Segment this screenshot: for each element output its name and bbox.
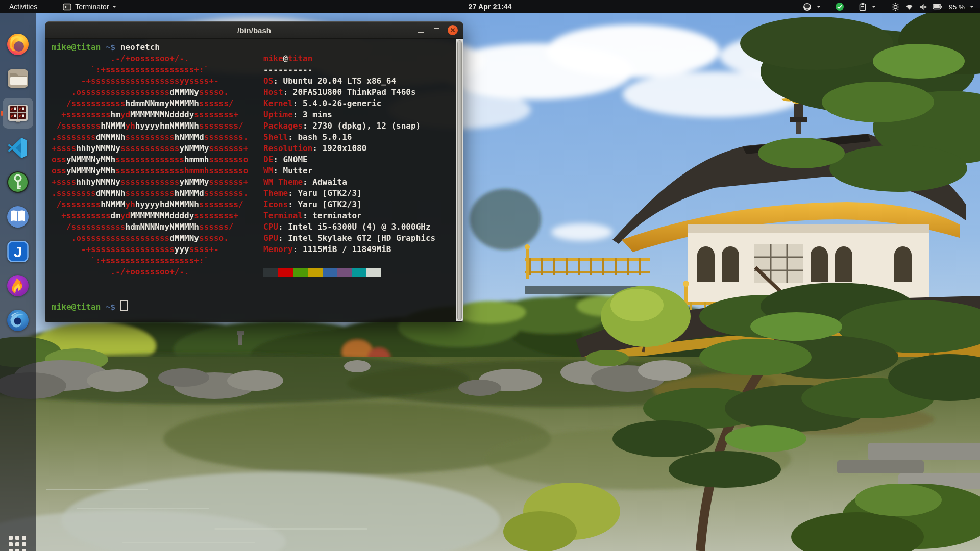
prompt-user-host: mike@titan xyxy=(52,302,101,312)
app-grid-button[interactable] xyxy=(9,536,27,551)
maximize-button[interactable] xyxy=(431,25,442,35)
dock-running-indicator xyxy=(1,111,3,116)
palette-block xyxy=(352,268,366,277)
desktop: { "top_bar": { "activities_label": "Acti… xyxy=(0,0,980,551)
palette-block xyxy=(337,268,352,277)
terminal-window: /bin/bash mike@titan~$neofetch .-/+oosss… xyxy=(45,21,463,322)
clock[interactable]: 27 Apr 21:44 xyxy=(468,3,511,11)
palette-block xyxy=(308,268,323,277)
chevron-down-icon xyxy=(112,6,116,8)
window-titlebar[interactable]: /bin/bash xyxy=(45,22,463,39)
dock: >> >> xyxy=(0,13,36,551)
dock-item-files[interactable] xyxy=(6,66,30,91)
keepassxc-icon xyxy=(6,170,30,194)
svg-text:>: > xyxy=(19,107,21,111)
prompt-path: ~$ xyxy=(106,42,115,52)
neofetch-ascii-art: .-/+oossssoo+/-. `:+ssssssssssssssssss+:… xyxy=(52,53,248,278)
scrollbar-thumb[interactable] xyxy=(457,40,462,320)
top-bar: Activities Terminator 27 Apr 21:44 xyxy=(0,0,980,13)
prompt-path: ~$ xyxy=(106,302,115,312)
firefox-nightly-icon xyxy=(6,308,30,333)
terminator-icon: >> >> xyxy=(6,101,30,126)
battery-percent: 95 % xyxy=(949,3,965,11)
close-button[interactable] xyxy=(448,25,458,35)
svg-text:>: > xyxy=(11,114,13,118)
activities-button[interactable]: Activities xyxy=(0,0,46,13)
chevron-down-icon xyxy=(970,6,974,8)
firefox-icon xyxy=(6,32,30,57)
svg-text:>: > xyxy=(11,107,13,111)
terminal-prompt: mike@titan~$ xyxy=(52,300,128,313)
volume-muted-icon[interactable] xyxy=(919,3,927,11)
palette-block xyxy=(323,268,337,277)
dock-item-book-reader[interactable] xyxy=(6,205,30,229)
neofetch-info: mike@titan----------OS: Ubuntu 20.04 LTS… xyxy=(263,53,435,278)
dock-item-jdownloader[interactable]: J xyxy=(6,239,30,264)
firefox-developer-icon xyxy=(6,273,30,298)
terminal-scrollbar[interactable] xyxy=(456,39,463,321)
battery-icon[interactable] xyxy=(933,3,943,10)
prompt-user-host: mike@titan xyxy=(52,42,101,52)
brightness-icon[interactable] xyxy=(891,3,900,11)
palette-block xyxy=(293,268,308,277)
status-face-icon[interactable] xyxy=(803,3,812,11)
verified-check-icon[interactable] xyxy=(835,2,844,11)
terminal-cursor xyxy=(120,300,128,311)
jdownloader-icon: J xyxy=(6,239,30,264)
palette-block xyxy=(278,268,293,277)
palette-block xyxy=(263,268,278,277)
dock-item-vscode[interactable] xyxy=(6,136,30,160)
terminator-app-icon xyxy=(63,3,71,11)
terminal-content[interactable]: mike@titan~$neofetch .-/+oossssoo+/-. `:… xyxy=(45,39,463,322)
status-tray[interactable]: 95 % xyxy=(803,0,980,13)
dock-item-firefox-developer[interactable] xyxy=(6,273,30,298)
terminal-command-line: mike@titan~$neofetch xyxy=(52,42,160,53)
dock-item-keepassxc[interactable] xyxy=(6,170,30,194)
window-title: /bin/bash xyxy=(237,26,271,35)
app-menu[interactable]: Terminator xyxy=(59,0,120,13)
dock-item-firefox[interactable] xyxy=(6,32,30,57)
vscode-icon xyxy=(6,136,30,160)
wifi-icon[interactable] xyxy=(905,3,914,11)
svg-text:J: J xyxy=(14,244,22,260)
palette-block xyxy=(366,268,381,277)
chevron-down-icon xyxy=(872,6,876,8)
chevron-down-icon xyxy=(817,6,821,8)
book-reader-icon xyxy=(6,205,30,229)
dock-item-firefox-nightly[interactable] xyxy=(6,308,30,333)
dock-item-terminator[interactable]: >> >> xyxy=(6,101,30,126)
minimize-button[interactable] xyxy=(416,25,426,35)
activities-label: Activities xyxy=(9,3,37,11)
files-icon xyxy=(6,66,30,91)
svg-text:>: > xyxy=(19,114,21,118)
app-menu-label: Terminator xyxy=(75,3,109,11)
clipboard-icon[interactable] xyxy=(859,3,867,11)
typed-command: neofetch xyxy=(120,42,160,52)
